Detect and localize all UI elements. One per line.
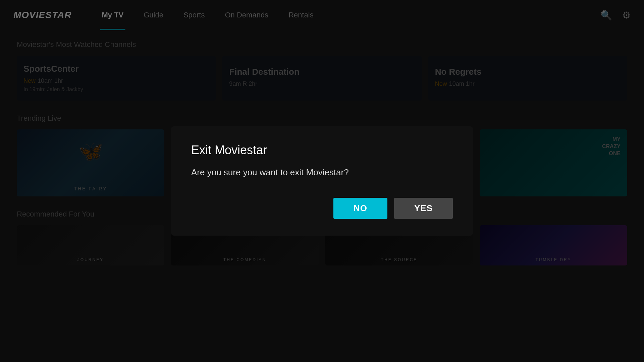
no-button[interactable]: NO	[333, 198, 387, 219]
dialog-title: Exit Moviestar	[191, 143, 453, 157]
yes-button[interactable]: YES	[394, 198, 453, 219]
dialog-message: Are you sure you want to exit Moviestar?	[191, 167, 453, 178]
dialog-buttons: NO YES	[191, 198, 453, 219]
exit-dialog: Exit Moviestar Are you sure you want to …	[171, 126, 473, 236]
